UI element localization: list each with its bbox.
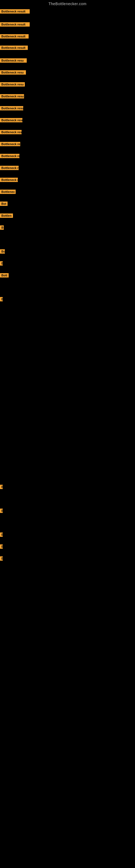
bottleneck-row: Bottleneck re <box>0 178 18 183</box>
bottleneck-label: B <box>0 508 3 513</box>
bottleneck-label: B <box>0 556 3 561</box>
bottleneck-row: Bottlen <box>0 214 13 219</box>
bottleneck-label: Bott <box>0 273 9 278</box>
bottleneck-row: Bo <box>0 249 5 255</box>
bottleneck-row: B <box>0 485 3 490</box>
bottleneck-label: B <box>0 485 3 489</box>
bottleneck-label: Bottleneck resu <box>0 106 23 111</box>
bottleneck-row: Bottleneck resu <box>0 82 25 88</box>
bottleneck-label: Bottleneck re <box>0 154 19 158</box>
bottleneck-label: Bottleneck resu <box>0 118 22 122</box>
bottleneck-label: Bottlen <box>0 214 13 218</box>
bottleneck-row: Bottleneck resu <box>0 94 24 99</box>
bottleneck-row: B <box>0 225 4 231</box>
bottleneck-row: B <box>0 261 3 267</box>
bottleneck-label: Bot <box>0 202 8 206</box>
bottleneck-label: Bottleneck res <box>0 142 20 146</box>
bottleneck-row: Bott <box>0 273 9 279</box>
bottleneck-row: Bottleneck resu <box>0 58 27 64</box>
bottleneck-row: B <box>0 532 3 538</box>
bottleneck-label: B <box>0 297 3 301</box>
bottleneck-row: Bottleneck re <box>0 154 19 159</box>
bottleneck-row: B <box>0 508 3 514</box>
bottleneck-row: B <box>0 545 3 550</box>
bottleneck-row: B <box>0 556 3 562</box>
bottleneck-label: B <box>0 225 4 230</box>
bottleneck-row: Bottleneck resu <box>0 106 23 112</box>
bottleneck-label: Bottleneck resu <box>0 70 26 74</box>
bottleneck-row: Bottleneck re <box>0 166 18 171</box>
bottleneck-label: Bottleneck re <box>0 178 18 182</box>
bottleneck-row: Bottleneck resu <box>0 118 22 123</box>
bottleneck-label: Bottleneck re <box>0 166 18 170</box>
bottleneck-label: Bottleneck result <box>0 45 28 50</box>
bottleneck-row: Bot <box>0 202 8 207</box>
site-title: TheBottlenecker.com <box>0 0 135 7</box>
bottleneck-label: B <box>0 532 3 537</box>
bottleneck-label: Bottleneck resu <box>0 58 27 63</box>
bottleneck-label: B <box>0 261 3 266</box>
bottleneck-label: B <box>0 545 3 549</box>
bottleneck-label: Bottleneck result <box>0 22 30 27</box>
bottleneck-label: Bo <box>0 249 5 254</box>
bottleneck-row: Bottleneck result <box>0 9 30 14</box>
bottleneck-row: Bottleneck res <box>0 142 20 147</box>
bottleneck-row: Bottleneck resu <box>0 70 26 76</box>
bottleneck-label: Bottlenec <box>0 190 16 194</box>
bottleneck-label: Bottleneck result <box>0 9 30 13</box>
bottleneck-row: B <box>0 297 3 303</box>
bottleneck-label: Bottleneck resu <box>0 130 21 134</box>
bottleneck-label: Bottleneck resu <box>0 82 25 87</box>
bottleneck-label: Bottleneck resu <box>0 94 24 98</box>
bottleneck-row: Bottlenec <box>0 190 16 195</box>
bottleneck-row: Bottleneck resu <box>0 130 21 135</box>
bottleneck-row: Bottleneck result <box>0 34 29 40</box>
bottleneck-label: Bottleneck result <box>0 34 29 38</box>
bottleneck-row: Bottleneck result <box>0 45 28 51</box>
bottleneck-row: Bottleneck result <box>0 22 30 28</box>
